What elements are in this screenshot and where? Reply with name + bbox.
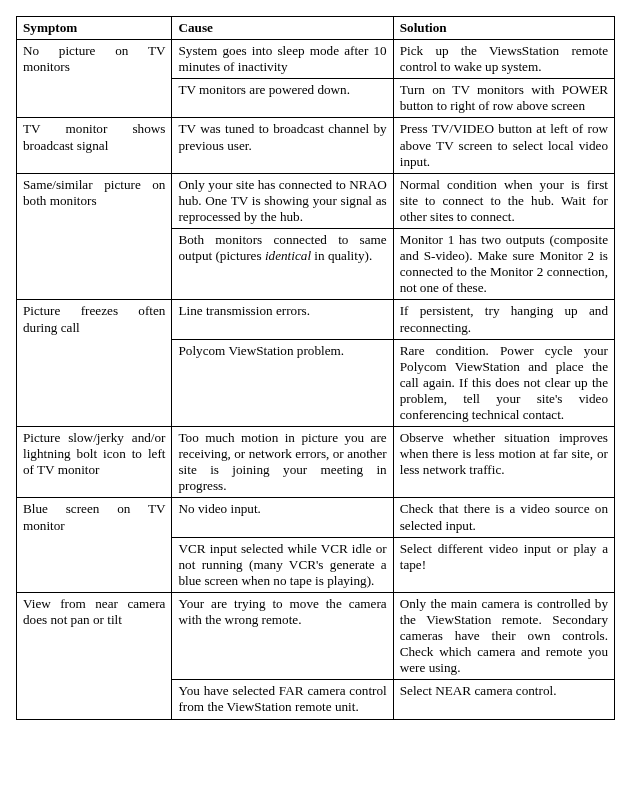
cause-cell: Polycom ViewStation problem. xyxy=(172,339,393,426)
cause-cell: TV was tuned to broadcast channel by pre… xyxy=(172,118,393,173)
table-row: Picture freezes often during callLine tr… xyxy=(17,300,615,339)
cause-cell: System goes into sleep mode after 10 min… xyxy=(172,40,393,79)
symptom-cell: Same/similar picture on both monitors xyxy=(17,173,172,300)
table-row: Blue screen on TV monitorNo video input.… xyxy=(17,498,615,537)
cause-cell: Too much motion in picture you are recei… xyxy=(172,427,393,498)
cause-cell: You have selected FAR camera control fro… xyxy=(172,680,393,719)
solution-cell: Pick up the ViewsStation remote control … xyxy=(393,40,614,79)
table-row: TV monitor shows broadcast signalTV was … xyxy=(17,118,615,173)
symptom-cell: View from near camera does not pan or ti… xyxy=(17,592,172,719)
table-row: View from near camera does not pan or ti… xyxy=(17,592,615,679)
cause-cell: Only your site has connected to NRAO hub… xyxy=(172,173,393,228)
symptom-cell: Picture freezes often during call xyxy=(17,300,172,427)
cause-cell: Your are trying to move the camera with … xyxy=(172,592,393,679)
symptom-cell: TV monitor shows broadcast signal xyxy=(17,118,172,173)
solution-cell: Normal condition when your is first site… xyxy=(393,173,614,228)
solution-cell: Press TV/VIDEO button at left of row abo… xyxy=(393,118,614,173)
table-row: No picture on TV monitorsSystem goes int… xyxy=(17,40,615,79)
header-cause: Cause xyxy=(172,17,393,40)
troubleshooting-table: Symptom Cause Solution No picture on TV … xyxy=(16,16,615,720)
symptom-cell: Picture slow/jerky and/or lightning bolt… xyxy=(17,427,172,498)
header-symptom: Symptom xyxy=(17,17,172,40)
header-solution: Solution xyxy=(393,17,614,40)
solution-cell: If persistent, try hanging up and reconn… xyxy=(393,300,614,339)
solution-cell: Turn on TV monitors with POWER button to… xyxy=(393,79,614,118)
cause-cell: No video input. xyxy=(172,498,393,537)
table-row: Picture slow/jerky and/or lightning bolt… xyxy=(17,427,615,498)
solution-cell: Observe whether situation improves when … xyxy=(393,427,614,498)
solution-cell: Select NEAR camera control. xyxy=(393,680,614,719)
cause-cell: Line transmission errors. xyxy=(172,300,393,339)
cause-cell: Both monitors connected to same output (… xyxy=(172,229,393,300)
cause-cell: VCR input selected while VCR idle or not… xyxy=(172,537,393,592)
symptom-cell: No picture on TV monitors xyxy=(17,40,172,118)
table-header-row: Symptom Cause Solution xyxy=(17,17,615,40)
solution-cell: Monitor 1 has two outputs (composite and… xyxy=(393,229,614,300)
solution-cell: Rare condition. Power cycle your Polycom… xyxy=(393,339,614,426)
symptom-cell: Blue screen on TV monitor xyxy=(17,498,172,592)
cause-cell: TV monitors are powered down. xyxy=(172,79,393,118)
solution-cell: Only the main camera is controlled by th… xyxy=(393,592,614,679)
table-row: Same/similar picture on both monitorsOnl… xyxy=(17,173,615,228)
solution-cell: Check that there is a video source on se… xyxy=(393,498,614,537)
solution-cell: Select different video input or play a t… xyxy=(393,537,614,592)
